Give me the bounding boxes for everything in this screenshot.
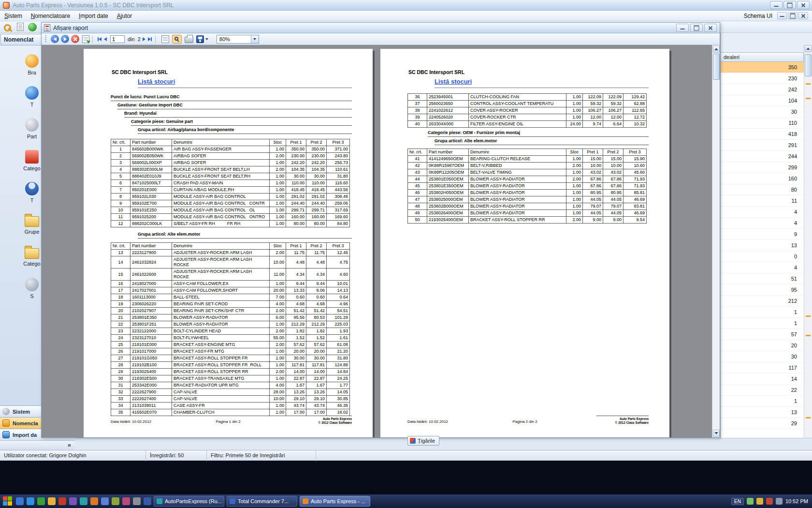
page-setup-icon[interactable] [161, 35, 169, 43]
grid-row[interactable]: 1 [721, 396, 804, 407]
grid-row[interactable]: 1 [721, 318, 804, 329]
quicklaunch-app-icon[interactable] [58, 497, 66, 505]
zoom-combobox[interactable]: 80% [217, 35, 259, 44]
quicklaunch-app-icon[interactable] [27, 497, 34, 505]
menu-sistem[interactable]: Sistem [0, 11, 27, 21]
report-maximize-button[interactable] [690, 24, 703, 32]
quicklaunch-app-icon[interactable] [48, 497, 56, 505]
grid-row[interactable]: 13 [721, 407, 804, 418]
quicklaunch-app-icon[interactable] [69, 497, 77, 505]
report-window-titlebar[interactable]: Afișare raport [42, 23, 720, 33]
grid-row[interactable]: 110 [721, 118, 804, 129]
grid-row[interactable]: 299 [721, 162, 804, 173]
grid-row[interactable]: 9 [721, 229, 804, 240]
mdi-restore-button[interactable] [788, 12, 798, 19]
menu-nomenclatoare[interactable]: Nomenclatoare [27, 11, 74, 21]
start-button[interactable] [2, 496, 13, 507]
sidebar-overflow-chevron[interactable]: » [0, 440, 75, 450]
next-page-button[interactable] [142, 37, 146, 42]
back-button[interactable] [51, 35, 59, 43]
save-icon[interactable] [196, 35, 204, 43]
grid-row[interactable]: 160 [721, 173, 804, 184]
grid-row[interactable]: 20 [721, 340, 804, 351]
document-icon[interactable] [17, 23, 24, 31]
grid-row[interactable]: 14 [721, 374, 804, 385]
first-page-button[interactable] [97, 37, 102, 42]
last-page-button[interactable] [147, 37, 152, 42]
scrollbar-thumb[interactable] [805, 54, 812, 76]
key-icon[interactable] [4, 23, 13, 31]
grid-row[interactable]: 104 [721, 95, 804, 106]
grid-row[interactable]: 1 [721, 307, 804, 318]
save-dropdown-button[interactable] [204, 35, 210, 43]
grid-row[interactable]: 22 [721, 385, 804, 396]
scroll-up-button[interactable] [805, 45, 812, 52]
report-vertical-scrollbar[interactable] [712, 45, 720, 437]
tray-icon[interactable] [776, 498, 783, 505]
grid-vertical-scrollbar[interactable] [804, 45, 812, 450]
quicklaunch-app-icon[interactable] [112, 497, 119, 505]
menu-schema-ui[interactable]: Schema UI [739, 11, 777, 21]
scrollbar-thumb[interactable] [713, 54, 720, 80]
maximize-button[interactable] [783, 1, 796, 9]
scroll-down-button[interactable] [713, 430, 720, 437]
grid-row[interactable]: 350 [721, 62, 804, 73]
clock[interactable]: 10:52 PM [785, 498, 808, 504]
forward-button[interactable] [61, 35, 69, 43]
grid-row[interactable]: 117 [721, 362, 804, 374]
report-close-button[interactable] [704, 24, 717, 32]
go-icon[interactable] [28, 23, 37, 31]
taskbar-button-autopartsexpress-ru[interactable]: AutoPartsExpress (Ru... [154, 496, 224, 507]
grid-row[interactable]: 95 [721, 284, 804, 296]
language-indicator[interactable]: EN [731, 498, 744, 505]
taskbar-button-auto-parts-express[interactable]: Auto Parts Express - ... [300, 496, 370, 507]
quicklaunch-app-icon[interactable] [144, 497, 151, 505]
grid-row[interactable]: 51 [721, 273, 804, 284]
tray-icon[interactable] [747, 498, 754, 505]
grid-row[interactable]: 242 [721, 84, 804, 95]
close-button[interactable] [797, 1, 810, 9]
quicklaunch-app-icon[interactable] [101, 497, 109, 505]
tray-icon[interactable] [756, 498, 763, 505]
print-preview-icon[interactable] [172, 35, 182, 44]
grid-row[interactable]: 291 [721, 140, 804, 151]
grid-row[interactable]: 212 [721, 296, 804, 307]
mdi-minimize-button[interactable] [777, 12, 787, 19]
prev-page-button[interactable] [103, 37, 107, 42]
report-minimize-button[interactable] [676, 24, 689, 32]
toolbar-grip[interactable] [45, 35, 46, 43]
grid-row[interactable]: 80 [721, 184, 804, 195]
grid-row[interactable]: 4 [721, 218, 804, 229]
quicklaunch-app-icon[interactable] [80, 497, 87, 505]
grid-column-header-dealeri[interactable]: dealeri [721, 52, 804, 62]
grid-row[interactable]: 30 [721, 351, 804, 362]
grid-row[interactable]: 30 [721, 106, 804, 118]
taskbar-button-total-commander[interactable]: Total Commander 7... [227, 496, 297, 507]
grid-row[interactable]: 4 [721, 262, 804, 273]
page-number-input[interactable] [110, 35, 125, 43]
scroll-up-button[interactable] [713, 45, 720, 53]
mdi-close-button[interactable] [798, 12, 808, 19]
floating-label-tigarile[interactable]: Țigările [407, 436, 439, 446]
grid-row[interactable]: 29 [721, 418, 804, 429]
stop-button[interactable] [71, 35, 79, 43]
tray-icon[interactable] [766, 498, 773, 505]
quicklaunch-app-icon[interactable] [122, 497, 130, 505]
grid-row[interactable]: 230 [721, 73, 804, 84]
minimize-button[interactable] [770, 1, 783, 9]
report-viewport[interactable]: SC DBC Intersport SRL Listă stocuri Punc… [42, 45, 720, 437]
menu-ajutor[interactable]: Ajutor [113, 11, 136, 21]
export-icon[interactable] [82, 35, 89, 43]
quicklaunch-app-icon[interactable] [90, 497, 98, 505]
menu-import-date[interactable]: Import date [74, 11, 113, 21]
grid-row[interactable]: 418 [721, 129, 804, 140]
grid-row[interactable]: 4 [721, 207, 804, 218]
grid-row[interactable]: 244 [721, 151, 804, 162]
quicklaunch-app-icon[interactable] [37, 497, 45, 505]
quicklaunch-app-icon[interactable] [16, 497, 24, 505]
quicklaunch-app-icon[interactable] [133, 497, 141, 505]
grid-row[interactable]: 11 [721, 195, 804, 207]
grid-row[interactable]: 0 [721, 251, 804, 262]
zoom-dropdown-button[interactable] [251, 35, 259, 43]
grid-row[interactable]: 13 [721, 240, 804, 251]
